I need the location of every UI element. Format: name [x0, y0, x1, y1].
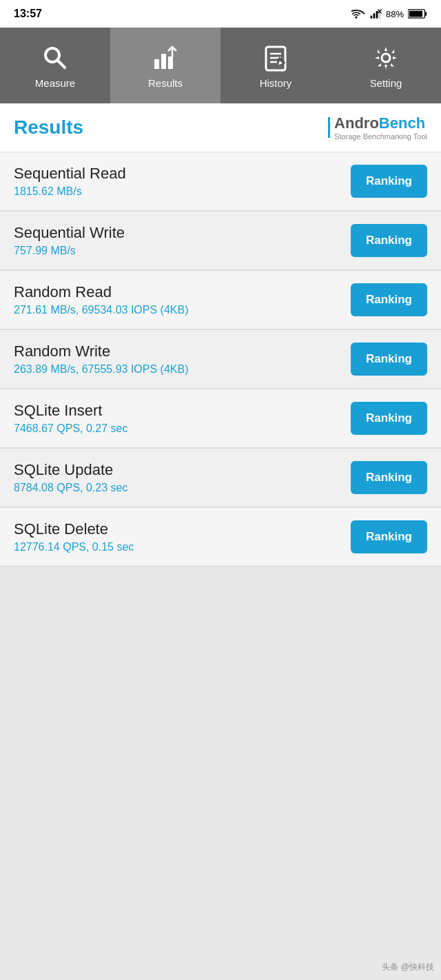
svg-rect-8: [409, 11, 422, 17]
tab-setting[interactable]: Setting: [331, 28, 441, 103]
ranking-button[interactable]: Ranking: [351, 520, 427, 553]
svg-point-21: [382, 54, 390, 62]
setting-icon: [371, 43, 401, 73]
bench-info: SQLite Update 8784.08 QPS, 0.23 sec: [14, 461, 127, 494]
tab-results[interactable]: Results: [110, 28, 220, 103]
bench-value: 8784.08 QPS, 0.23 sec: [14, 482, 127, 494]
bench-value: 12776.14 QPS, 0.15 sec: [14, 541, 134, 553]
ranking-button[interactable]: Ranking: [351, 461, 427, 494]
signal-icon: [369, 8, 382, 19]
bench-value: 263.89 MB/s, 67555.93 IOPS (4KB): [14, 363, 188, 376]
status-time: 13:57: [14, 8, 42, 20]
bench-info: Sequential Write 757.99 MB/s: [14, 224, 125, 257]
benchmark-row: Sequential Write 757.99 MB/s Ranking: [0, 212, 441, 271]
bench-info: Random Read 271.61 MB/s, 69534.03 IOPS (…: [14, 283, 188, 316]
battery-icon: [408, 9, 427, 19]
svg-rect-12: [161, 54, 166, 69]
bench-info: SQLite Delete 12776.14 QPS, 0.15 sec: [14, 520, 134, 553]
svg-rect-0: [371, 16, 373, 19]
ranking-button[interactable]: Ranking: [351, 165, 427, 198]
tab-history[interactable]: History: [220, 28, 331, 103]
tab-measure[interactable]: Measure: [0, 28, 110, 103]
benchmark-row: SQLite Insert 7468.67 QPS, 0.27 sec Rank…: [0, 389, 441, 449]
bench-value: 757.99 MB/s: [14, 245, 125, 257]
watermark: 头条 @快科技: [382, 961, 434, 973]
bench-name: Sequential Read: [14, 165, 126, 183]
brand-subtitle: Storage Benchmarking Tool: [334, 132, 427, 141]
results-header: Results AndroBench Storage Benchmarking …: [0, 103, 441, 152]
results-page-title: Results: [14, 116, 83, 139]
tab-history-label: History: [260, 77, 292, 89]
svg-rect-3: [379, 9, 381, 19]
wifi-icon: [351, 8, 365, 19]
tab-results-label: Results: [148, 77, 183, 89]
benchmark-row: Sequential Read 1815.62 MB/s Ranking: [0, 152, 441, 212]
bench-name: SQLite Insert: [14, 402, 127, 420]
ranking-button[interactable]: Ranking: [351, 402, 427, 435]
bench-value: 271.61 MB/s, 69534.03 IOPS (4KB): [14, 304, 188, 316]
bench-name: SQLite Delete: [14, 520, 134, 538]
bench-value: 1815.62 MB/s: [14, 185, 126, 198]
tab-measure-label: Measure: [35, 77, 75, 89]
bench-name: Sequential Write: [14, 224, 125, 242]
svg-rect-2: [376, 11, 378, 19]
svg-rect-1: [373, 13, 376, 18]
bench-info: SQLite Insert 7468.67 QPS, 0.27 sec: [14, 402, 127, 435]
bench-name: Random Write: [14, 343, 188, 360]
status-bar: 13:57 88%: [0, 0, 441, 28]
brand-logo: AndroBench Storage Benchmarking Tool: [328, 114, 427, 141]
main-content: Results AndroBench Storage Benchmarking …: [0, 103, 441, 980]
benchmark-list: Sequential Read 1815.62 MB/s Ranking Seq…: [0, 152, 441, 567]
benchmark-row: SQLite Update 8784.08 QPS, 0.23 sec Rank…: [0, 449, 441, 508]
svg-rect-11: [154, 59, 159, 69]
bench-info: Sequential Read 1815.62 MB/s: [14, 165, 126, 198]
ranking-button[interactable]: Ranking: [351, 343, 427, 376]
benchmark-row: SQLite Delete 12776.14 QPS, 0.15 sec Ran…: [0, 508, 441, 567]
benchmark-row: Random Write 263.89 MB/s, 67555.93 IOPS …: [0, 330, 441, 389]
brand-name: AndroBench: [334, 114, 425, 132]
tab-bar: Measure Results: [0, 28, 441, 103]
battery-percent: 88%: [386, 9, 404, 19]
results-icon: [150, 43, 181, 73]
brand-bar-accent: [328, 117, 330, 138]
brand-text: AndroBench Storage Benchmarking Tool: [334, 114, 427, 141]
bench-value: 7468.67 QPS, 0.27 sec: [14, 422, 127, 435]
history-icon: [260, 43, 291, 73]
status-icons: 88%: [351, 8, 427, 19]
measure-icon: [40, 43, 70, 73]
tab-setting-label: Setting: [370, 77, 402, 89]
bench-info: Random Write 263.89 MB/s, 67555.93 IOPS …: [14, 343, 188, 376]
benchmark-row: Random Read 271.61 MB/s, 69534.03 IOPS (…: [0, 271, 441, 330]
svg-rect-13: [168, 57, 173, 69]
ranking-button[interactable]: Ranking: [351, 224, 427, 257]
bench-name: SQLite Update: [14, 461, 127, 479]
ranking-button[interactable]: Ranking: [351, 283, 427, 316]
svg-rect-7: [425, 12, 427, 15]
svg-line-10: [57, 60, 65, 68]
bench-name: Random Read: [14, 283, 188, 301]
